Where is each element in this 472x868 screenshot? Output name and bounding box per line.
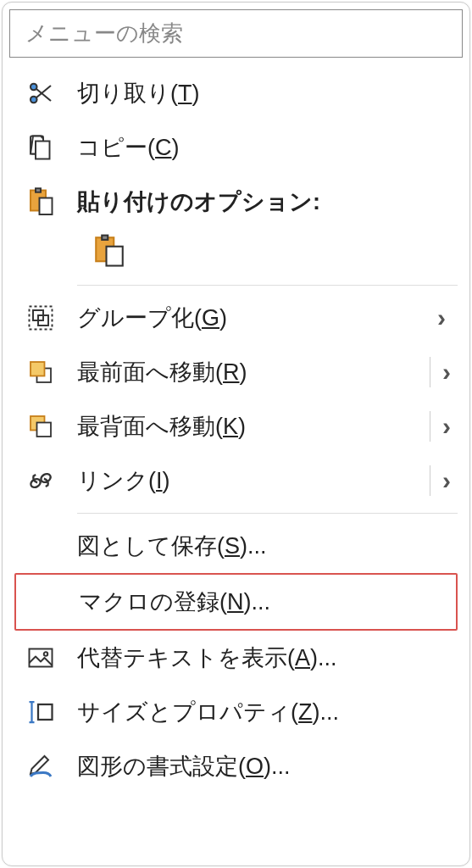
split-button-chevron[interactable]: › (430, 357, 451, 387)
size-icon (21, 695, 60, 729)
svg-rect-8 (40, 198, 53, 215)
format-shape-icon (21, 749, 60, 783)
menu-send-back[interactable]: 最背面へ移動(K) › (14, 399, 458, 453)
menu-section: 切り取り(T) コピー(C) 貼り付けのオプション: (9, 66, 463, 793)
svg-rect-5 (36, 142, 50, 159)
menu-label: リンク(I) (77, 465, 430, 496)
menu-label: 最背面へ移動(K) (77, 411, 430, 442)
context-menu: 切り取り(T) コピー(C) 貼り付けのオプション: (2, 2, 470, 866)
chevron-right-icon: › (437, 303, 446, 332)
split-button-chevron[interactable]: › (430, 411, 451, 442)
menu-cut[interactable]: 切り取り(T) (14, 66, 458, 120)
menu-bring-front[interactable]: 最前面へ移動(R) › (14, 345, 458, 399)
menu-assign-macro[interactable]: マクロの登録(N)... (14, 573, 458, 631)
svg-rect-21 (30, 649, 53, 667)
svg-rect-7 (36, 188, 41, 192)
svg-rect-11 (107, 247, 123, 266)
paste-icon (21, 185, 60, 219)
alt-text-icon (21, 641, 60, 675)
menu-label: サイズとプロパティ(Z)... (77, 697, 451, 727)
paste-option-row (14, 229, 458, 276)
split-button-chevron[interactable]: › (430, 465, 451, 496)
menu-size-properties[interactable]: サイズとプロパティ(Z)... (14, 685, 458, 739)
menu-paste-options-header: 貼り付けのオプション: (14, 175, 458, 229)
bring-front-icon (21, 355, 60, 389)
menu-label: 最前面へ移動(R) (77, 357, 430, 387)
send-back-icon (21, 409, 60, 443)
svg-point-20 (40, 472, 53, 484)
paste-option-button[interactable] (86, 229, 133, 276)
menu-label: グループ化(G) (77, 303, 437, 333)
menu-format-shape[interactable]: 図形の書式設定(O)... (14, 739, 458, 793)
svg-rect-23 (38, 704, 53, 720)
menu-label: 図形の書式設定(O)... (77, 751, 451, 782)
link-icon (21, 464, 60, 498)
svg-rect-18 (37, 423, 52, 437)
group-icon (21, 301, 60, 335)
scissors-icon (21, 76, 60, 110)
menu-label: コピー(C) (77, 132, 451, 163)
svg-point-0 (31, 97, 37, 103)
menu-label: 貼り付けのオプション: (77, 186, 451, 217)
divider (77, 513, 458, 514)
svg-rect-16 (31, 362, 45, 376)
clipboard-icon (92, 233, 127, 272)
menu-label: 図として保存(S)... (77, 531, 451, 561)
menu-copy[interactable]: コピー(C) (14, 120, 458, 175)
menu-save-as-picture[interactable]: 図として保存(S)... (14, 519, 458, 573)
menu-label: マクロの登録(N)... (79, 587, 449, 617)
divider (77, 285, 458, 286)
menu-group[interactable]: グループ化(G) › (14, 291, 458, 345)
menu-label: 代替テキストを表示(A)... (77, 643, 451, 673)
svg-point-1 (31, 84, 37, 91)
menu-link[interactable]: リンク(I) › (14, 453, 458, 508)
menu-search-input[interactable] (9, 9, 463, 58)
svg-rect-10 (102, 236, 108, 240)
menu-alt-text[interactable]: 代替テキストを表示(A)... (14, 631, 458, 685)
menu-label: 切り取り(T) (77, 78, 451, 108)
svg-point-22 (44, 652, 48, 656)
copy-icon (21, 131, 60, 164)
